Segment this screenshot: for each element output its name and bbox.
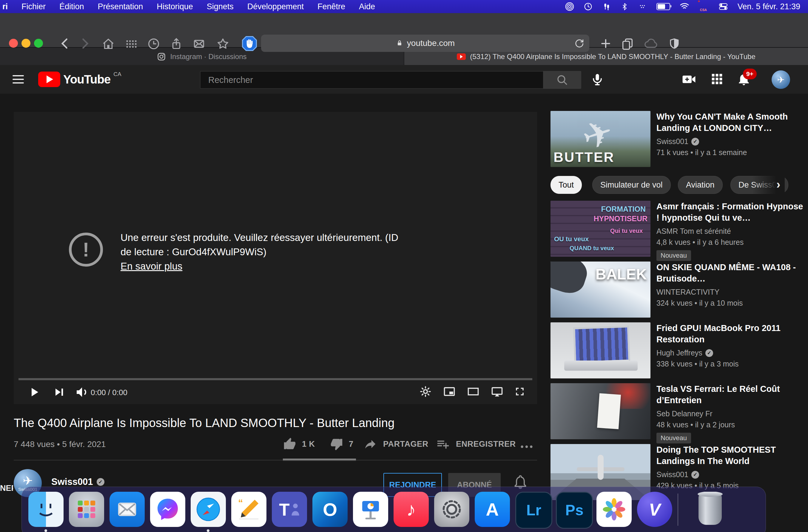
related-channel-name[interactable]: Seb Delanney Fr [657,410,713,418]
account-avatar[interactable]: ✈ [772,70,790,89]
voice-search-icon[interactable] [590,72,605,87]
theater-mode-icon[interactable] [467,385,480,398]
related-video-title[interactable]: Tesla VS Ferrari: Le Réel Coût d’Entreti… [657,383,806,406]
video-thumbnail[interactable]: ✈ BUTTER [551,111,650,167]
related-channel-name[interactable]: Swiss001 [657,470,688,479]
chip-aviation[interactable]: Aviation [678,176,723,194]
play-button[interactable] [27,385,41,399]
miniplayer-icon[interactable] [443,385,456,398]
youtube-logo[interactable]: YouTube CA [38,72,122,87]
video-player[interactable]: Une erreur s'est produite. Veuillez rées… [14,112,537,404]
dock-lightroom-icon[interactable]: Lr [515,492,552,529]
airplay-cast-icon[interactable] [491,385,504,398]
icloud-tabs-icon[interactable] [644,37,659,51]
headphones-icon[interactable] [602,2,611,11]
menu-edition[interactable]: Édition [59,2,84,11]
search-input[interactable] [201,75,544,85]
notifications-bell[interactable]: 9+ [736,72,753,87]
related-channel-name[interactable]: ASMR Tom et sérénité [657,227,731,235]
video-thumbnail[interactable]: FORMATION HYPNOTISEUR Qui tu veux OU tu … [551,201,650,257]
related-video-card[interactable]: BALEK ON SKIE QUAND MÊME - WA108 - Bruti… [551,262,808,318]
control-center-icon[interactable] [718,3,728,11]
bookmark-star-icon[interactable] [216,37,230,51]
fullscreen-icon[interactable] [513,385,526,398]
video-thumbnail[interactable]: BALEK [551,262,650,318]
time-machine-icon[interactable] [584,2,592,11]
history-icon[interactable] [147,37,161,51]
home-button[interactable] [102,37,115,51]
dock-mail-icon[interactable] [110,492,145,527]
dock-photoshop-icon[interactable]: Ps [556,492,593,529]
settings-gear-icon[interactable] [419,385,432,398]
menu-fichier[interactable]: Fichier [21,2,45,11]
volume-icon[interactable] [75,385,89,399]
channel-name[interactable]: Swiss001 [51,477,93,487]
input-source-flag-icon[interactable]: CSA [699,1,709,12]
related-video-card[interactable]: FORMATION HYPNOTISEUR Qui tu veux OU tu … [551,201,808,257]
related-video-title[interactable]: Fried GPU! MacBook Pro 2011 Restoration [657,322,806,345]
create-video-icon[interactable] [681,72,696,87]
battery-icon[interactable] [657,3,670,10]
related-video-title[interactable]: Why You CAN'T Make A Smooth Landing At L… [657,111,806,134]
chip-simulateur-de-vol[interactable]: Simulateur de vol [592,176,671,194]
frequently-visited-grid-icon[interactable] [124,37,138,51]
mail-icon[interactable] [192,37,206,51]
video-thumbnail[interactable] [551,322,650,378]
dock-photos-icon[interactable] [596,492,632,527]
tab-overview-icon[interactable] [621,37,634,51]
related-video-card[interactable]: Tesla VS Ferrari: Le Réel Coût d’Entreti… [551,383,808,439]
privacy-shield-icon[interactable] [668,37,681,51]
menu-signets[interactable]: Signets [207,2,234,11]
new-tab-button[interactable] [599,37,612,50]
forward-button[interactable] [78,37,91,50]
menu-developpement[interactable]: Développement [247,2,304,11]
dock-keynote-icon[interactable] [353,492,388,527]
dock-v-app-icon[interactable]: V [637,492,672,527]
dock-outlook-icon[interactable]: O [312,492,348,527]
zoom-window-button[interactable] [34,39,43,48]
related-video-card[interactable]: ✈ BUTTER Why You CAN'T Make A Smooth Lan… [551,111,808,167]
dock-launchpad-icon[interactable] [69,492,104,527]
menu-historique[interactable]: Historique [157,2,193,11]
share-icon[interactable] [169,37,183,51]
dock-pages-icon[interactable]: “ [231,492,267,527]
youtube-apps-grid-icon[interactable] [710,72,724,86]
save-button[interactable]: ENREGISTRER [436,437,516,451]
chips-scroll-right-icon[interactable]: › [776,178,780,191]
related-channel-name[interactable]: Hugh Jeffreys [657,348,702,357]
menu-fenetre[interactable]: Fenêtre [317,2,345,11]
hamburger-menu-icon[interactable] [13,75,24,83]
like-button[interactable]: 1 K [283,437,315,451]
learn-more-link[interactable]: En savoir plus [121,261,182,272]
address-bar[interactable]: youtube.com [261,35,589,52]
related-channel-name[interactable]: WINTERACTIVITY [657,288,719,297]
next-button[interactable] [52,385,66,399]
keyboard-icon[interactable] [638,3,647,11]
dock-trash-icon[interactable] [693,492,728,527]
menu-clock[interactable]: Ven. 5 févr. 21:39 [738,2,800,11]
dock-settings-icon[interactable] [434,492,469,527]
dock-finder-icon[interactable] [28,492,63,527]
dock-music-icon[interactable]: ♪ [393,492,429,527]
related-video-title[interactable]: ON SKIE QUAND MÊME - WA108 - Brutisode… [657,262,806,284]
wifi-icon[interactable] [680,3,689,11]
search-button[interactable] [543,71,581,89]
related-video-title[interactable]: Asmr français : Formation Hypnose ! hypn… [657,201,806,223]
app-menu-partial[interactable]: ri [2,2,8,11]
bluetooth-icon[interactable] [621,2,628,11]
close-window-button[interactable] [9,39,18,48]
chip-tout[interactable]: Tout [551,176,582,194]
share-button[interactable]: PARTAGER [363,437,428,451]
menu-presentation[interactable]: Présentation [98,2,143,11]
back-button[interactable] [58,37,72,50]
dislike-button[interactable]: 7 [330,437,353,451]
related-video-title[interactable]: Doing The TOP SMOOTHEST Landings In The … [657,444,806,467]
more-actions-button[interactable] [520,441,533,452]
dock-safari-icon[interactable] [191,492,226,527]
progress-bar[interactable] [18,378,532,380]
reload-icon[interactable] [574,38,585,49]
airplay-icon[interactable] [565,2,574,11]
dock-messenger-icon[interactable] [150,492,185,527]
dock-teams-icon[interactable]: T [272,492,307,527]
dock-app-store-icon[interactable]: A [475,492,510,527]
